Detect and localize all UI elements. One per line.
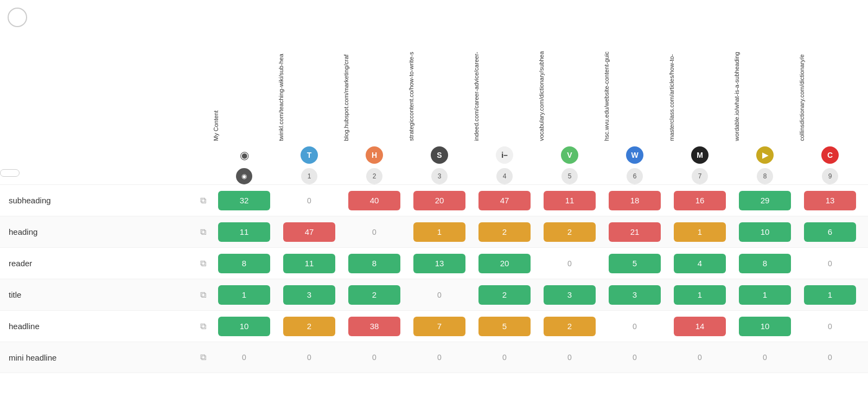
table-row: subheading⧉3204020471118162913 [0, 184, 868, 216]
data-cell: 13 [797, 189, 863, 213]
cell-badge: 47 [478, 191, 531, 210]
data-cell: 10 [212, 314, 277, 338]
copy-icon[interactable]: ⧉ [200, 290, 206, 300]
data-cell: 0 [667, 345, 732, 369]
data-cell: 0 [407, 283, 472, 307]
cell-badge: 13 [804, 191, 856, 210]
data-cell: 18 [602, 189, 667, 213]
data-cell: 3 [277, 283, 342, 307]
data-cell: 0 [277, 189, 342, 213]
data-cell: 1 [667, 283, 732, 307]
data-cell: 2 [342, 283, 407, 307]
row-label-0: subheading⧉ [0, 196, 212, 206]
col-url-masterclass: masterclass.com/articles/how-to- [668, 54, 675, 141]
cell-badge: 16 [674, 191, 726, 210]
header-area: My Content◉◉twinkl.com/teaching-wiki/sub… [0, 0, 868, 184]
data-cell: 40 [342, 189, 407, 213]
copy-icon[interactable]: ⧉ [200, 352, 206, 362]
cell-badge: 2 [348, 285, 400, 305]
cell-badge: 20 [413, 191, 465, 210]
data-cell: 47 [472, 189, 537, 213]
cell-badge: 0 [348, 348, 400, 367]
col-header-my-content: My Content◉◉ [212, 22, 277, 184]
cell-badge: 1 [804, 285, 856, 305]
close-button[interactable] [8, 8, 27, 27]
data-cell: 0 [472, 345, 537, 369]
cell-badge: 3 [544, 285, 596, 305]
data-cell: 2 [537, 220, 602, 244]
cell-badge: 0 [348, 222, 400, 242]
col-header-twinkl: twinkl.com/teaching-wiki/sub-heaT1 [277, 22, 342, 184]
cell-badge: 38 [348, 317, 400, 336]
rank-badge-hubspot: 2 [366, 168, 382, 184]
cell-badge: 0 [218, 348, 270, 367]
cell-badge: 29 [739, 191, 791, 210]
data-cell: 11 [537, 189, 602, 213]
data-cell: 13 [407, 252, 472, 275]
col-url-strategic: strategiccontent.co/how-to-write-s [408, 52, 414, 141]
cell-badge: 2 [478, 285, 531, 305]
data-cell: 1 [732, 283, 797, 307]
cell-badge: 7 [413, 317, 465, 336]
data-cell: 2 [277, 314, 342, 338]
row-label-4: headline⧉ [0, 322, 212, 331]
main-container: My Content◉◉twinkl.com/teaching-wiki/sub… [0, 0, 868, 398]
cell-badge: 10 [739, 317, 791, 336]
cell-badge: 2 [478, 222, 531, 242]
copy-icon[interactable]: ⧉ [200, 227, 206, 237]
data-cell: 5 [602, 252, 667, 275]
row-label-text: subheading [9, 196, 197, 205]
data-cell: 8 [212, 252, 277, 275]
cell-badge: 0 [413, 348, 465, 367]
cell-badge: 0 [804, 254, 856, 273]
row-label-2: reader⧉ [0, 259, 212, 268]
col-url-vocabulary: vocabulary.com/dictionary/subhea [538, 52, 545, 142]
col-url-indeed: indeed.com/career-advice/career- [473, 52, 480, 141]
rank-badge-indeed: 4 [496, 168, 513, 184]
cell-badge: 3 [609, 285, 661, 305]
table-row: headline⧉10238752014100 [0, 310, 868, 342]
cell-badge: 0 [478, 348, 531, 367]
row-label-text: headline [9, 322, 197, 331]
data-cell: 16 [667, 189, 732, 213]
rank-badge-strategic: 3 [431, 168, 448, 184]
row-label-text: mini headline [9, 353, 197, 362]
rank-badge-my-content: ◉ [236, 168, 252, 184]
data-cell: 20 [472, 252, 537, 275]
favicon-masterclass: M [691, 146, 709, 164]
table-row: mini headline⧉0000000000 [0, 342, 868, 373]
copy-icon[interactable]: ⧉ [200, 196, 206, 206]
data-cell: 0 [277, 345, 342, 369]
col-header-indeed: indeed.com/career-advice/career-i–4 [472, 22, 537, 184]
cell-badge: 2 [544, 317, 596, 336]
data-cell: 2 [472, 283, 537, 307]
cell-badge: 1 [674, 222, 726, 242]
favicon-my-content: ◉ [235, 146, 253, 164]
rank-badge-vocabulary: 5 [561, 168, 578, 184]
favicon-twinkl: T [301, 146, 318, 164]
cell-badge: 3 [283, 285, 335, 305]
top-topics-dropdown[interactable] [0, 169, 20, 177]
data-cell: 0 [342, 220, 407, 244]
copy-icon[interactable]: ⧉ [200, 259, 206, 268]
data-cell: 14 [667, 314, 732, 338]
rank-badge-collins: 9 [822, 168, 838, 184]
rank-badge-hsc: 6 [627, 168, 643, 184]
cell-badge: 8 [348, 254, 400, 273]
favicon-collins: C [821, 146, 839, 164]
cell-badge: 8 [218, 254, 270, 273]
row-label-1: heading⧉ [0, 227, 212, 237]
cell-badge: 0 [609, 317, 661, 336]
cell-badge: 13 [413, 254, 465, 273]
cell-badge: 0 [739, 348, 791, 367]
row-label-text: reader [9, 259, 197, 268]
cell-badge: 5 [609, 254, 661, 273]
copy-icon[interactable]: ⧉ [200, 322, 206, 331]
col-url-my-content: My Content [213, 111, 219, 141]
data-cell: 21 [602, 220, 667, 244]
cell-badge: 0 [413, 285, 465, 305]
google-rank-label [0, 181, 206, 184]
cell-badge: 10 [218, 317, 270, 336]
data-cell: 0 [797, 345, 863, 369]
data-cell: 3 [602, 283, 667, 307]
